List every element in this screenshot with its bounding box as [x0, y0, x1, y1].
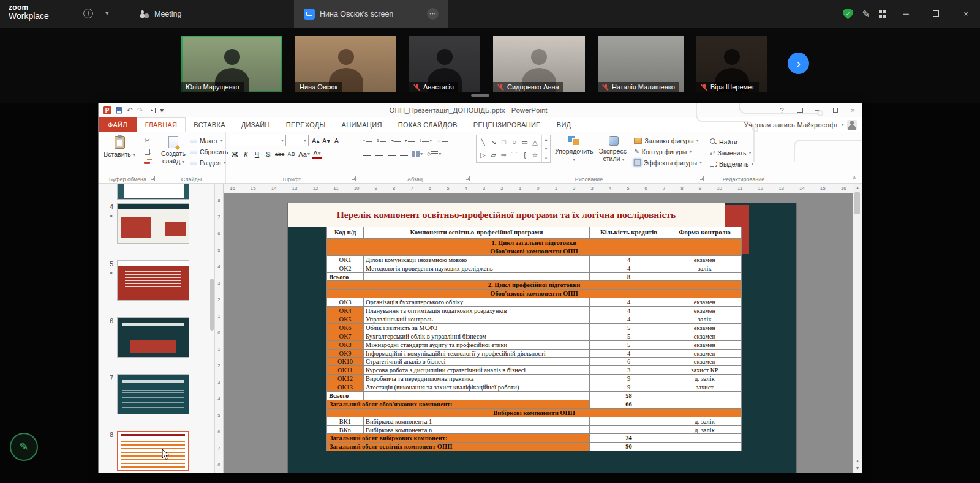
decrease-indent-button[interactable]: ◂ [390, 135, 402, 145]
ribbon-tab-animations[interactable]: АНИМАЦИЯ [334, 117, 390, 132]
clear-formatting-button[interactable]: А [331, 136, 342, 146]
convert-smartart-button[interactable]: ◇▾ [426, 149, 442, 159]
line-spacing-button[interactable]: ↕▾ [418, 135, 433, 145]
pp-close-button[interactable]: × [844, 107, 862, 114]
info-icon[interactable]: i [83, 9, 93, 18]
ribbon-tab-home[interactable]: ГЛАВНАЯ [137, 117, 186, 132]
numbering-button[interactable]: 1 [375, 135, 388, 145]
participant-tile[interactable]: Анастасія [409, 36, 480, 92]
slide-thumbnail[interactable] [117, 317, 189, 358]
tab-shared-screen[interactable]: Нина Овсюк's screen ⋯ [294, 0, 448, 28]
layout-button[interactable]: Макет▾ [190, 136, 228, 145]
line-shape[interactable]: ╲ [481, 139, 485, 146]
close-button[interactable]: × [956, 9, 976, 18]
slide-canvas[interactable]: Перелік компонент освітньо-професійної п… [288, 203, 796, 473]
redo-icon[interactable]: ↷ [137, 106, 143, 114]
reset-button[interactable]: Сбросить [190, 147, 228, 156]
right-triangle-shape[interactable]: ▷ [480, 152, 485, 159]
account-area[interactable]: Учетная запись Майкрософт ▾ [744, 117, 857, 132]
find-button[interactable]: Найти [710, 137, 777, 146]
quick-styles-button[interactable]: Экспресс-стили ▾ [597, 135, 630, 162]
participant-tile[interactable]: Нина Овсюк [295, 36, 396, 92]
columns-button[interactable]: ▾ [411, 149, 424, 159]
increase-indent-button[interactable]: ▸ [404, 135, 416, 145]
ribbon-tab-slideshow[interactable]: ПОКАЗ СЛАЙДОВ [390, 117, 466, 132]
bullets-button[interactable]: • [362, 135, 374, 145]
paste-button[interactable]: Вставить ▾ [102, 135, 137, 158]
brace-shape[interactable]: { [524, 152, 526, 159]
justify-button[interactable] [399, 149, 409, 159]
gallery-more-icon[interactable]: ∧ [545, 155, 548, 160]
select-button[interactable]: Выделить▾ [710, 159, 777, 168]
strikethrough-button[interactable]: abc [274, 149, 285, 159]
shrink-font-button[interactable]: А▾ [321, 136, 331, 146]
ribbon-tab-design[interactable]: ДИЗАЙН [233, 117, 278, 132]
ribbon-tab-view[interactable]: ВИД [549, 117, 579, 132]
participant-tile[interactable]: Юлія Марущенко [181, 36, 282, 92]
section-button[interactable]: Раздел▾ [190, 158, 228, 167]
grow-font-button[interactable]: А▴ [311, 136, 321, 146]
align-right-button[interactable] [386, 149, 397, 159]
slide-thumbnail[interactable] [117, 184, 189, 200]
font-size-combo[interactable]: ▾ [288, 135, 309, 146]
replace-button[interactable]: ⇄Заменить▾ [710, 148, 777, 157]
participant-tile[interactable]: Сидоренко Анна [493, 36, 585, 92]
star-shape[interactable]: ☆ [532, 152, 538, 159]
rounded-rectangle-shape[interactable]: ▭ [521, 139, 527, 146]
next-participants-button[interactable]: › [788, 53, 809, 74]
tab-options-icon[interactable]: ⋯ [427, 8, 439, 20]
security-shield-icon[interactable]: ✓ [843, 9, 853, 20]
previous-slide-button[interactable]: ▴ [856, 458, 859, 463]
scroll-up-icon[interactable]: ▴ [853, 185, 862, 190]
char-spacing-button[interactable]: АВ [286, 149, 296, 159]
ribbon-tab-review[interactable]: РЕЦЕНЗИРОВАНИЕ [466, 117, 549, 132]
ribbon-tab-insert[interactable]: ВСТАВКА [186, 117, 233, 132]
annotate-pencil-icon[interactable]: ✎ [862, 9, 870, 20]
format-painter-button[interactable] [141, 158, 153, 167]
slide-thumbnail-selected[interactable] [117, 431, 189, 471]
start-slideshow-icon[interactable] [148, 108, 156, 113]
shape-outline-button[interactable]: ✎Контур фигуры▾ [634, 147, 702, 156]
triangle-shape[interactable]: △ [532, 139, 537, 146]
arrow-line-shape[interactable]: ↘ [491, 139, 496, 146]
chevron-down-icon[interactable]: ▾ [105, 9, 109, 17]
shape-fill-button[interactable]: Заливка фигуры▾ [634, 136, 702, 145]
font-color-button[interactable]: А▾ [312, 149, 322, 159]
dialog-launcher-icon[interactable] [699, 176, 704, 181]
participant-tile[interactable]: Віра Шеремет [696, 36, 767, 92]
maximize-button[interactable] [925, 9, 946, 18]
ribbon-tab-transitions[interactable]: ПЕРЕХОДЫ [278, 117, 334, 132]
minimize-button[interactable]: ─ [895, 9, 916, 18]
apps-grid-icon[interactable] [879, 10, 886, 18]
font-name-combo[interactable]: ▾ [230, 135, 286, 146]
zoom-annotation-button[interactable]: ✎ [10, 433, 38, 461]
dialog-launcher-icon[interactable] [150, 176, 155, 181]
align-center-button[interactable] [374, 149, 385, 159]
slide-thumbnail[interactable] [117, 374, 189, 414]
slide-thumbnail[interactable] [117, 260, 189, 301]
scroll-up-icon[interactable]: ▴ [545, 137, 548, 142]
change-case-button[interactable]: Аа▾ [297, 149, 311, 159]
pp-restore-button[interactable] [826, 107, 844, 114]
undo-icon[interactable]: ↶ [127, 106, 133, 114]
ribbon-display-button[interactable] [791, 107, 809, 114]
shapes-gallery[interactable]: ╲↘□○▭△▷▱⇨⌒{☆ ▴ ▾ ∧ [476, 135, 551, 163]
new-slide-button[interactable]: Создать слайд ▾ [161, 135, 186, 165]
bold-button[interactable]: Ж [230, 149, 240, 159]
vertical-scrollbar[interactable]: ▴ ▴ ▾ [853, 184, 862, 473]
arc-shape[interactable]: ⌒ [511, 152, 518, 159]
shape-effects-button[interactable]: Эффекты фигуры▾ [634, 158, 702, 167]
underline-button[interactable]: Ч [252, 149, 262, 159]
scroll-down-icon[interactable]: ▾ [545, 146, 548, 151]
shapes-gallery-scroll[interactable]: ▴ ▾ ∧ [541, 135, 550, 162]
ribbon-tab-file[interactable]: ФАЙЛ [99, 117, 137, 132]
scrollbar-thumb[interactable] [854, 192, 860, 214]
pp-minimize-button[interactable]: ─ [809, 107, 826, 114]
save-icon[interactable] [116, 107, 123, 114]
arrow-shape[interactable]: ⇨ [501, 152, 507, 159]
dialog-launcher-icon[interactable] [465, 176, 470, 181]
panel-scrollbar-thumb[interactable] [210, 279, 214, 331]
dialog-launcher-icon[interactable] [351, 176, 356, 181]
cut-button[interactable]: ✂ [141, 136, 153, 145]
collapse-ribbon-icon[interactable]: ∧ [852, 174, 856, 181]
